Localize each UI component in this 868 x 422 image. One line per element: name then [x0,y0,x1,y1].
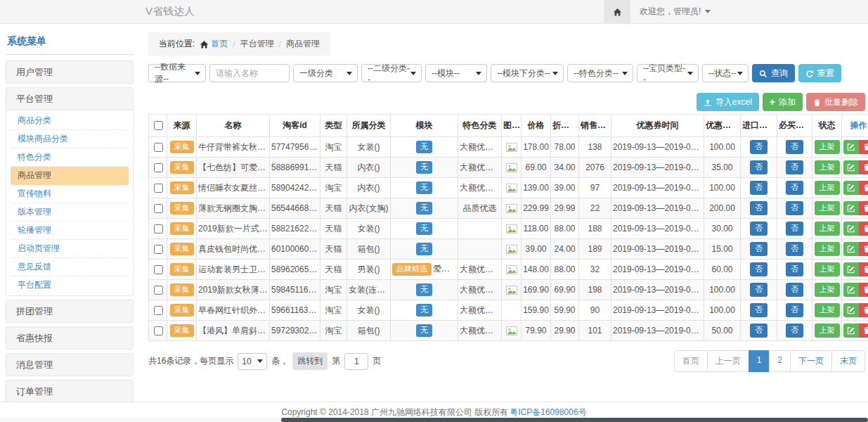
delete-button[interactable] [859,160,868,174]
filter-module-select[interactable]: --模块-- [425,64,487,82]
delete-button[interactable] [859,140,868,154]
per-page-select[interactable]: 10 [238,353,267,370]
edit-button[interactable] [843,160,859,174]
import-toggle-button[interactable]: 否 [750,283,767,296]
import-toggle-button[interactable]: 否 [750,324,767,337]
edit-button[interactable] [843,201,859,215]
user-menu[interactable]: 欢迎您，管理员! [630,0,720,23]
page-last-button[interactable]: 末页 [831,350,865,372]
edit-button[interactable] [843,303,859,317]
must-buy-toggle-button[interactable]: 否 [786,242,803,255]
status-button[interactable]: 上架 [815,181,840,194]
row-checkbox[interactable] [154,265,163,274]
row-checkbox[interactable] [154,204,163,213]
edit-button[interactable] [843,140,859,154]
row-checkbox[interactable] [154,163,163,172]
import-toggle-button[interactable]: 否 [750,242,767,255]
filter-level1-category-select[interactable]: 一级分类 [293,64,358,82]
scrollbar-thumb[interactable] [281,418,868,422]
import-toggle-button[interactable]: 否 [750,181,767,194]
sidebar-item-group-buy[interactable]: 拼团管理 [6,300,133,322]
sidebar-subitem-goods-manage[interactable]: 商品管理 [11,167,129,185]
jump-button[interactable]: 跳转到 [292,352,328,370]
delete-button[interactable] [859,201,868,215]
row-checkbox[interactable] [154,286,163,295]
delete-button[interactable] [859,262,868,276]
must-buy-toggle-button[interactable]: 否 [786,222,803,235]
row-checkbox[interactable] [154,184,163,193]
select-all-checkbox[interactable] [154,121,163,130]
row-checkbox[interactable] [154,306,163,315]
sidebar-item-saving-news[interactable]: 省惠快报 [6,327,133,349]
import-toggle-button[interactable]: 否 [750,222,767,235]
row-checkbox[interactable] [154,245,163,254]
sidebar-subitem-carousel-manage[interactable]: 轮播管理 [11,222,129,240]
filter-level2-category-select[interactable]: --二级分类-- [361,64,422,82]
home-button[interactable] [604,0,630,23]
import-toggle-button[interactable]: 否 [750,303,767,316]
sidebar-item-platform[interactable]: 平台管理 [6,88,133,110]
delete-button[interactable] [859,283,868,297]
status-button[interactable]: 上架 [815,303,840,316]
import-excel-button[interactable]: 导入excel [697,93,759,111]
edit-button[interactable] [843,242,859,256]
must-buy-toggle-button[interactable]: 否 [786,201,803,215]
filter-status-select[interactable]: --状态-- [702,64,749,82]
filter-item-type-select[interactable]: --宝贝类型-- [637,64,699,82]
add-button[interactable]: + 添加 [763,93,803,111]
sidebar-subitem-splash-manage[interactable]: 启动页管理 [11,240,129,258]
delete-button[interactable] [859,324,868,338]
breadcrumb-home-link[interactable]: 首页 [200,38,228,50]
status-button[interactable]: 上架 [815,140,840,153]
delete-button[interactable] [859,181,868,195]
must-buy-toggle-button[interactable]: 否 [786,303,803,316]
icp-link[interactable]: 粤ICP备16098006号 [510,407,586,418]
filter-data-source-select[interactable]: --数据来源-- [148,64,206,82]
sidebar-item-user[interactable]: 用户管理 [6,61,133,83]
page-prev-button[interactable]: 上一页 [707,350,749,372]
filter-name-input[interactable] [209,64,290,82]
search-button[interactable]: 查询 [752,64,795,82]
page-number-input[interactable] [344,353,368,370]
delete-button[interactable] [859,303,868,317]
sidebar-item-message[interactable]: 消息管理 [6,354,133,376]
status-button[interactable]: 上架 [815,242,840,255]
sidebar-subitem-promo-material[interactable]: 宣传物料 [11,185,129,203]
reset-button[interactable]: 重置 [798,64,841,82]
import-toggle-button[interactable]: 否 [750,201,767,215]
page-1-button[interactable]: 1 [749,350,770,372]
must-buy-toggle-button[interactable]: 否 [786,262,803,276]
page-2-button[interactable]: 2 [769,350,791,372]
import-toggle-button[interactable]: 否 [750,140,767,153]
must-buy-toggle-button[interactable]: 否 [786,160,803,174]
edit-button[interactable] [843,283,859,297]
batch-delete-button[interactable]: 批量删除 [806,93,865,111]
page-first-button[interactable]: 首页 [674,350,708,372]
edit-button[interactable] [843,324,859,338]
status-button[interactable]: 上架 [815,222,840,235]
status-button[interactable]: 上架 [815,324,840,337]
filter-module-sub-category-select[interactable]: --模块下分类-- [491,64,564,82]
status-button[interactable]: 上架 [815,283,840,296]
edit-button[interactable] [843,262,859,276]
must-buy-toggle-button[interactable]: 否 [786,181,803,194]
delete-button[interactable] [859,222,868,236]
status-button[interactable]: 上架 [815,160,840,174]
import-toggle-button[interactable]: 否 [750,262,767,276]
must-buy-toggle-button[interactable]: 否 [786,140,803,153]
page-next-button[interactable]: 下一页 [790,350,832,372]
sidebar-subitem-feedback[interactable]: 意见反馈 [11,258,129,276]
sidebar-item-order[interactable]: 订单管理 [6,381,133,402]
must-buy-toggle-button[interactable]: 否 [786,283,803,296]
sidebar-subitem-goods-category[interactable]: 商品分类 [11,112,129,130]
sidebar-subitem-version-manage[interactable]: 版本管理 [11,203,129,222]
sidebar-subitem-platform-config[interactable]: 平台配置 [11,276,129,294]
row-checkbox[interactable] [154,224,163,234]
status-button[interactable]: 上架 [815,201,840,215]
edit-button[interactable] [843,181,859,195]
edit-button[interactable] [843,222,859,236]
sidebar-subitem-feature-category[interactable]: 特色分类 [11,148,129,167]
sidebar-subitem-module-goods-category[interactable]: 模块商品分类 [11,130,129,148]
filter-feature-category-select[interactable]: --特色分类-- [567,64,633,82]
row-checkbox[interactable] [154,326,163,335]
